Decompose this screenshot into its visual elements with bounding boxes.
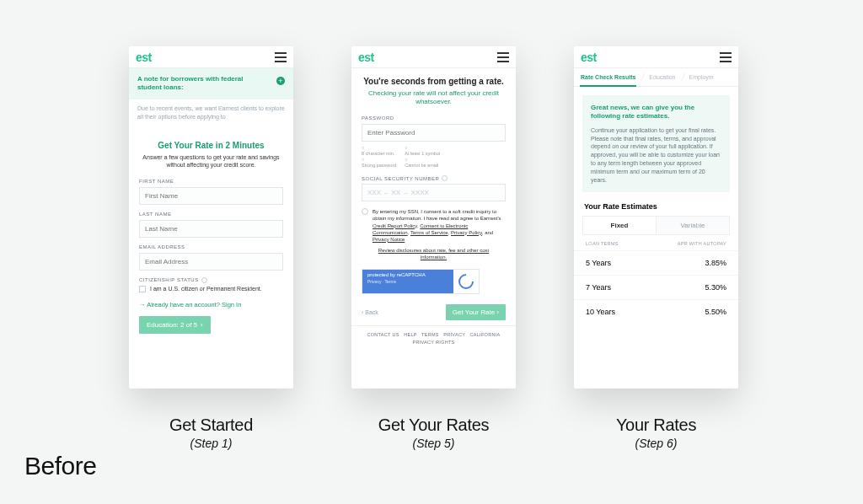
great-news-body: Continue your application to get your fi… bbox=[591, 126, 721, 185]
email-label: EMAIL ADDRESS bbox=[139, 244, 283, 249]
hamburger-icon[interactable] bbox=[497, 52, 509, 62]
tab-variable[interactable]: Variable bbox=[656, 217, 729, 234]
topbar: est bbox=[129, 46, 293, 68]
tab-employment[interactable]: Employm bbox=[683, 68, 721, 86]
caption-1: Get Started (Step 1) bbox=[129, 416, 293, 450]
back-button[interactable]: ‹ Back bbox=[362, 309, 378, 315]
consent-text: By entering my SSN, I consent to a soft … bbox=[373, 208, 506, 242]
password-requirements: ○ 8 character min.○ Strong password ○ At… bbox=[362, 145, 506, 169]
topbar: est bbox=[574, 46, 738, 68]
before-label: Before bbox=[24, 452, 96, 480]
rate-estimates-title: Your Rate Estimates bbox=[574, 192, 738, 216]
checkbox-icon[interactable] bbox=[139, 286, 146, 292]
footer-contact[interactable]: CONTACT US bbox=[367, 332, 399, 337]
table-row[interactable]: 5 Years3.85% bbox=[574, 250, 738, 275]
caption-3: Your Rates (Step 6) bbox=[574, 416, 738, 450]
expand-icon[interactable]: + bbox=[276, 77, 285, 85]
subhead: Checking your rate will not affect your … bbox=[351, 89, 516, 115]
citizenship-label: CITIZENSHIP STATUS bbox=[139, 277, 283, 283]
citizenship-text: I am a U.S. citizen or Permanent Residen… bbox=[150, 286, 262, 292]
headline: You're seconds from getting a rate. bbox=[351, 68, 516, 89]
last-name-label: LAST NAME bbox=[139, 212, 283, 217]
topbar: est bbox=[351, 46, 516, 68]
email-input[interactable] bbox=[139, 253, 283, 271]
table-row[interactable]: 10 Years5.50% bbox=[574, 299, 738, 324]
great-news-title: Great news, we can give you the followin… bbox=[591, 104, 721, 121]
info-icon[interactable] bbox=[201, 277, 207, 283]
screen-your-rates: est Rate Check Results Education Employm… bbox=[574, 46, 738, 389]
banner-body: Due to recent events, we want Earnest cl… bbox=[129, 99, 293, 133]
get-rate-button[interactable]: Get Your Rate › bbox=[446, 304, 506, 320]
screen-get-your-rates: est You're seconds from getting a rate. … bbox=[351, 46, 516, 389]
progress-tabs: Rate Check Results Education Employm bbox=[574, 68, 738, 87]
signin-link[interactable]: → Already have an account? Sign In bbox=[139, 301, 283, 308]
fixed-variable-tabs: Fixed Variable bbox=[582, 216, 730, 235]
tab-rate-check[interactable]: Rate Check Results bbox=[574, 68, 642, 86]
chevron-right-icon: › bbox=[201, 321, 203, 329]
consent-checkbox[interactable] bbox=[362, 208, 368, 215]
password-label: PASSWORD bbox=[362, 115, 506, 121]
table-row[interactable]: 7 Years5.30% bbox=[574, 275, 738, 299]
ssn-label: SOCIAL SECURITY NUMBER bbox=[362, 175, 506, 181]
banner-title: A note for borrowers with federal studen… bbox=[137, 75, 264, 93]
brand-logo[interactable]: est bbox=[581, 51, 597, 64]
footer-links: CONTACT US HELP TERMS PRIVACY CALIFORNIA… bbox=[351, 325, 516, 351]
recaptcha-badge[interactable]: protected by reCAPTCHA Privacy · Terms bbox=[362, 269, 480, 294]
ssn-input[interactable]: XXX– XX– XXXX bbox=[362, 184, 506, 201]
form-subtitle: Answer a few questions to get your rate … bbox=[139, 153, 283, 169]
form-title: Get Your Rate in 2 Minutes bbox=[139, 141, 283, 150]
hamburger-icon[interactable] bbox=[720, 52, 732, 62]
tab-education[interactable]: Education bbox=[642, 68, 682, 86]
first-name-input[interactable] bbox=[139, 187, 283, 205]
footer-help[interactable]: HELP bbox=[404, 332, 416, 337]
rate-table-head: LOAN TERMSAPR WITH AUTOPAY bbox=[574, 235, 738, 250]
citizenship-checkbox-row[interactable]: I am a U.S. citizen or Permanent Residen… bbox=[139, 286, 283, 292]
brand-logo[interactable]: est bbox=[358, 51, 374, 64]
consent-row[interactable]: By entering my SSN, I consent to a soft … bbox=[362, 208, 506, 242]
brand-logo[interactable]: est bbox=[136, 51, 152, 64]
education-step-button[interactable]: Education: 2 of 5› bbox=[139, 316, 211, 334]
great-news-card: Great news, we can give you the followin… bbox=[582, 95, 730, 192]
tab-fixed[interactable]: Fixed bbox=[583, 217, 656, 234]
recaptcha-icon bbox=[458, 274, 474, 289]
hamburger-icon[interactable] bbox=[275, 52, 287, 62]
notice-banner[interactable]: A note for borrowers with federal studen… bbox=[129, 68, 293, 99]
disclosure-link[interactable]: Review disclosures about rate, fee and o… bbox=[362, 248, 506, 261]
info-icon[interactable] bbox=[442, 175, 448, 181]
caption-2: Get Your Rates (Step 5) bbox=[351, 416, 516, 450]
last-name-input[interactable] bbox=[139, 220, 283, 238]
first-name-label: FIRST NAME bbox=[139, 179, 283, 184]
screen-get-started: est A note for borrowers with federal st… bbox=[129, 46, 293, 389]
password-input[interactable] bbox=[362, 124, 506, 142]
footer-terms[interactable]: TERMS bbox=[421, 332, 439, 337]
footer-privacy[interactable]: PRIVACY bbox=[443, 332, 465, 337]
